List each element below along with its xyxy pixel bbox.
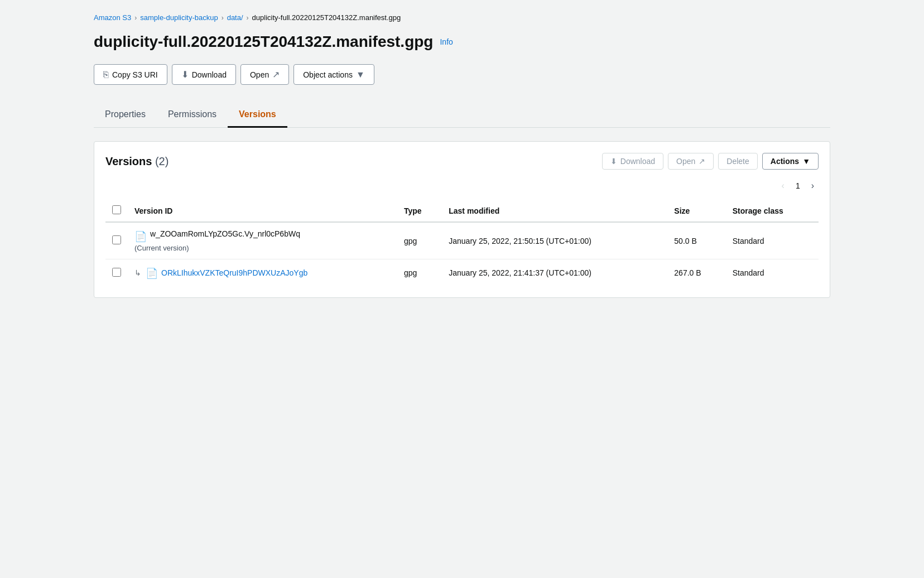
indent-icon-row2: ↳ bbox=[134, 268, 141, 277]
row2-checkbox-cell bbox=[105, 259, 128, 287]
select-all-header bbox=[105, 200, 128, 222]
actions-chevron-icon: ▼ bbox=[802, 157, 810, 166]
info-link[interactable]: Info bbox=[440, 37, 453, 46]
current-version-badge: (Current version) bbox=[134, 244, 391, 252]
current-page: 1 bbox=[791, 179, 805, 192]
row1-version-id: w_ZOOamRomLYpZO5Gc.Vy_nrl0cP6bWq bbox=[150, 229, 300, 238]
table-row: 📄 w_ZOOamRomLYpZO5Gc.Vy_nrl0cP6bWq (Curr… bbox=[105, 222, 819, 259]
file-icon-row2: 📄 bbox=[146, 267, 158, 280]
versions-header: Versions (2) ⬇ Download Open ↗ Delete Ac… bbox=[105, 153, 819, 170]
tab-bar: Properties Permissions Versions bbox=[94, 103, 830, 128]
row1-checkbox-cell bbox=[105, 222, 128, 259]
col-header-storage-class: Storage class bbox=[726, 200, 819, 222]
tab-properties[interactable]: Properties bbox=[94, 103, 157, 128]
col-header-last-modified: Last modified bbox=[442, 200, 667, 222]
page-title-row: duplicity-full.20220125T204132Z.manifest… bbox=[94, 33, 830, 51]
breadcrumb-current: duplicity-full.20220125T204132Z.manifest… bbox=[252, 13, 401, 22]
table-header-row: Version ID Type Last modified Size Stora… bbox=[105, 200, 819, 222]
select-all-checkbox[interactable] bbox=[112, 205, 121, 214]
versions-download-button[interactable]: ⬇ Download bbox=[602, 153, 663, 170]
row1-storage-class: Standard bbox=[726, 222, 819, 259]
external-link-icon: ↗ bbox=[272, 69, 280, 80]
next-page-button[interactable]: › bbox=[807, 179, 819, 193]
page-title: duplicity-full.20220125T204132Z.manifest… bbox=[94, 33, 433, 51]
row1-size: 50.0 B bbox=[667, 222, 725, 259]
breadcrumb-folder[interactable]: data/ bbox=[227, 13, 243, 22]
copy-s3-uri-button[interactable]: ⎘ Copy S3 URI bbox=[94, 64, 167, 85]
breadcrumb-sep-2: › bbox=[222, 14, 224, 22]
tab-versions[interactable]: Versions bbox=[228, 103, 287, 128]
breadcrumb-bucket[interactable]: sample-duplicity-backup bbox=[140, 13, 218, 22]
versions-open-button[interactable]: Open ↗ bbox=[668, 153, 714, 170]
breadcrumb-sep-3: › bbox=[247, 14, 249, 22]
download-button[interactable]: ⬇ Download bbox=[172, 64, 236, 85]
prev-page-button[interactable]: ‹ bbox=[777, 179, 789, 193]
row2-checkbox[interactable] bbox=[112, 268, 121, 277]
object-actions-button[interactable]: Object actions ▼ bbox=[293, 64, 374, 85]
copy-icon: ⎘ bbox=[103, 70, 109, 80]
table-row: ↳ 📄 ORkLIhukxVZKTeQruI9hPDWXUzAJoYgb gpg… bbox=[105, 259, 819, 287]
pagination: ‹ 1 › bbox=[105, 179, 819, 193]
download-icon: ⬇ bbox=[181, 69, 189, 80]
tab-permissions[interactable]: Permissions bbox=[157, 103, 228, 128]
row2-version-id-cell: ↳ 📄 ORkLIhukxVZKTeQruI9hPDWXUzAJoYgb bbox=[128, 259, 397, 287]
row1-last-modified: January 25, 2022, 21:50:15 (UTC+01:00) bbox=[442, 222, 667, 259]
breadcrumb-sep-1: › bbox=[134, 14, 137, 22]
row2-storage-class: Standard bbox=[726, 259, 819, 287]
row2-type: gpg bbox=[397, 259, 442, 287]
versions-table: Version ID Type Last modified Size Stora… bbox=[105, 200, 819, 286]
open-button[interactable]: Open ↗ bbox=[240, 64, 289, 85]
versions-actions-button[interactable]: Actions ▼ bbox=[762, 153, 819, 170]
external-disabled-icon: ↗ bbox=[699, 157, 705, 166]
row2-last-modified: January 25, 2022, 21:41:37 (UTC+01:00) bbox=[442, 259, 667, 287]
col-header-type: Type bbox=[397, 200, 442, 222]
row1-type: gpg bbox=[397, 222, 442, 259]
download-disabled-icon: ⬇ bbox=[610, 157, 617, 166]
breadcrumb-amazon-s3[interactable]: Amazon S3 bbox=[94, 13, 131, 22]
row2-version-id-link[interactable]: ORkLIhukxVZKTeQruI9hPDWXUzAJoYgb bbox=[161, 268, 307, 277]
versions-action-buttons: ⬇ Download Open ↗ Delete Actions ▼ bbox=[602, 153, 819, 170]
versions-count: (2) bbox=[155, 155, 169, 167]
file-icon-row1: 📄 bbox=[134, 230, 147, 243]
row2-size: 267.0 B bbox=[667, 259, 725, 287]
row1-checkbox[interactable] bbox=[112, 235, 121, 244]
versions-delete-button[interactable]: Delete bbox=[718, 153, 757, 170]
action-buttons-row: ⎘ Copy S3 URI ⬇ Download Open ↗ Object a… bbox=[94, 64, 830, 85]
breadcrumb: Amazon S3 › sample-duplicity-backup › da… bbox=[94, 13, 830, 22]
row1-version-id-cell: 📄 w_ZOOamRomLYpZO5Gc.Vy_nrl0cP6bWq (Curr… bbox=[128, 222, 397, 259]
chevron-down-icon: ▼ bbox=[356, 70, 365, 80]
col-header-size: Size bbox=[667, 200, 725, 222]
versions-panel: Versions (2) ⬇ Download Open ↗ Delete Ac… bbox=[94, 141, 830, 298]
versions-title: Versions (2) bbox=[105, 155, 169, 168]
col-header-version-id: Version ID bbox=[128, 200, 397, 222]
